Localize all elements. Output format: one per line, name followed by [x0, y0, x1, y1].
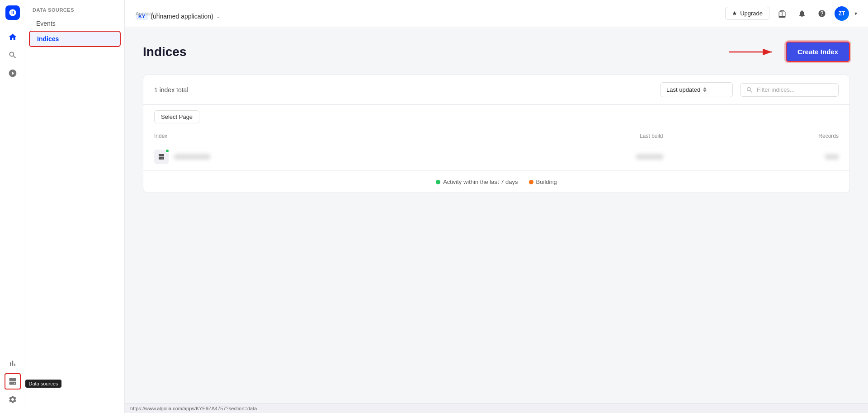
create-index-area: Create Index [724, 42, 850, 62]
sort-control[interactable]: Last updated [660, 82, 733, 97]
chevron-down-icon: ⌄ [216, 13, 221, 19]
sidebar-title: Data sources [25, 7, 124, 16]
header-right: ★ Upgrade ZT ▾ [725, 6, 857, 21]
page-header: Indices Create Index [143, 42, 850, 62]
app-name: (unnamed application) [151, 13, 213, 20]
search-nav-icon[interactable] [5, 47, 21, 63]
create-index-button[interactable]: Create Index [786, 42, 850, 62]
col-last-build: Last build [469, 129, 674, 143]
legend-dot-green [436, 180, 440, 184]
table-row[interactable] [143, 143, 849, 171]
indices-table-card: 1 index total Last updated [143, 75, 850, 193]
index-count: 1 index total [154, 86, 653, 94]
legend-dot-orange [529, 180, 533, 184]
settings-icon[interactable] [5, 391, 21, 408]
sidebar: Data sources Events Indices [25, 0, 125, 413]
main-wrapper: Application KY (unnamed application) ⌄ ★… [125, 0, 868, 413]
filter-input[interactable] [757, 86, 833, 93]
notification-icon-button[interactable] [795, 6, 809, 21]
icon-rail: Data sources [0, 0, 25, 413]
legend-building: Building [529, 178, 557, 185]
upgrade-button[interactable]: ★ Upgrade [725, 7, 769, 20]
discover-nav-icon[interactable] [5, 65, 21, 81]
table-topbar: 1 index total Last updated [143, 75, 849, 105]
status-url: https://www.algolia.com/apps/KYE9ZA4757?… [130, 406, 257, 411]
datasources-icon[interactable]: Data sources [5, 373, 21, 390]
arrow-annotation [724, 43, 778, 61]
gift-icon-button[interactable] [775, 6, 789, 21]
records-blurred [825, 154, 839, 160]
sort-label: Last updated [666, 86, 700, 93]
col-index: Index [143, 129, 469, 143]
search-icon [746, 86, 753, 94]
legend-activity-label: Activity within the last 7 days [443, 178, 518, 185]
status-bar: https://www.algolia.com/apps/KYE9ZA4757?… [125, 403, 868, 413]
index-name-blurred [174, 154, 210, 160]
index-cell [154, 150, 458, 164]
legend-building-label: Building [536, 178, 557, 185]
legend: Activity within the last 7 days Building [143, 171, 849, 192]
select-page-button[interactable]: Select Page [154, 110, 199, 123]
select-page-area: Select Page [143, 105, 849, 129]
col-records: Records [674, 129, 849, 143]
avatar[interactable]: ZT [835, 6, 849, 21]
help-icon-button[interactable] [815, 6, 829, 21]
last-build-blurred [636, 154, 663, 160]
indices-table: Index Last build Records [143, 129, 849, 171]
index-icon-wrapper [154, 150, 169, 164]
app-logo[interactable] [5, 5, 20, 20]
sidebar-item-indices[interactable]: Indices [29, 31, 121, 47]
avatar-dropdown-icon[interactable]: ▾ [854, 10, 857, 17]
star-icon: ★ [732, 10, 737, 17]
analytics-icon[interactable] [5, 355, 21, 371]
page-title: Indices [143, 45, 186, 59]
status-dot-active [165, 149, 170, 153]
app-selector[interactable]: Application KY (unnamed application) ⌄ [136, 7, 221, 20]
sidebar-item-events[interactable]: Events [29, 16, 121, 31]
filter-control[interactable] [740, 83, 839, 97]
app-label: Application [136, 11, 160, 16]
home-icon[interactable] [5, 29, 21, 45]
upgrade-label: Upgrade [740, 10, 763, 17]
page-content: Indices Create Index [125, 27, 868, 403]
sort-arrows-icon [703, 85, 707, 94]
legend-activity: Activity within the last 7 days [436, 178, 518, 185]
top-header: Application KY (unnamed application) ⌄ ★… [125, 0, 868, 27]
